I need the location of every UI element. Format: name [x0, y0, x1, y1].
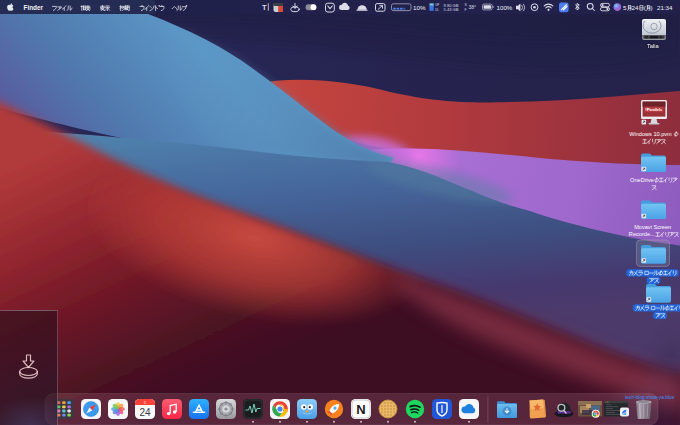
svg-text:OneDrive: OneDrive	[630, 177, 654, 183]
svg-text:N: N	[356, 402, 365, 417]
svg-text:5.43 GB: 5.43 GB	[443, 7, 458, 12]
svg-text:21:34: 21:34	[657, 4, 673, 11]
svg-text:DL: DL	[435, 8, 439, 12]
svg-text:tech-blog.show-ya.blue: tech-blog.show-ya.blue	[625, 395, 675, 400]
svg-text:Talia: Talia	[647, 43, 660, 49]
svg-text:38°: 38°	[469, 4, 477, 10]
svg-text:F: F	[465, 8, 467, 12]
svg-text:Finder: Finder	[24, 4, 44, 11]
svg-text:24: 24	[139, 407, 151, 418]
svg-text:100%: 100%	[497, 4, 513, 11]
svg-text:): )	[651, 4, 653, 11]
svg-text:5: 5	[144, 401, 146, 405]
svg-text:Parallels: Parallels	[647, 108, 662, 112]
svg-text:T: T	[262, 3, 267, 12]
svg-text:Movavi Screen: Movavi Screen	[634, 224, 671, 230]
svg-text:10%: 10%	[413, 4, 426, 11]
svg-text:5: 5	[623, 4, 627, 11]
svg-text:24: 24	[632, 4, 639, 11]
svg-text:Windows 10.pvm: Windows 10.pvm	[629, 131, 672, 137]
svg-text:Recorde...: Recorde...	[629, 231, 655, 237]
